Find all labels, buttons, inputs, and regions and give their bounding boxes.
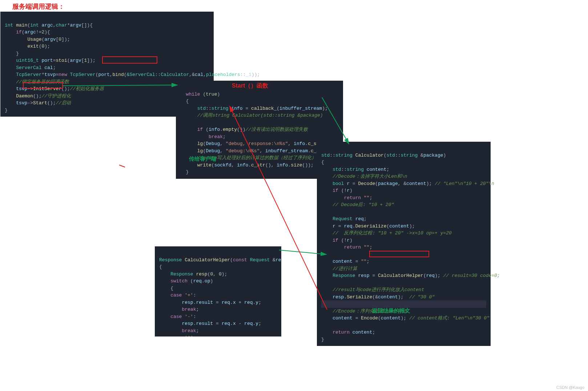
code-block-calculator: std::string Calculator(std::string &pack… bbox=[317, 142, 491, 346]
annotation-to-client: 传给客户端 bbox=[189, 156, 216, 162]
svg-line-4 bbox=[119, 165, 125, 167]
heading-title: 服务端调用逻辑： bbox=[12, 2, 65, 11]
watermark: CSDN @Kaugo bbox=[556, 385, 584, 390]
annotation-return-msg: 返回结果的报文 bbox=[372, 307, 410, 314]
annotation-start-fn: Start（）函数 bbox=[232, 82, 268, 90]
code-block-helper: Response CalculatorHelper(const Request … bbox=[155, 246, 281, 336]
